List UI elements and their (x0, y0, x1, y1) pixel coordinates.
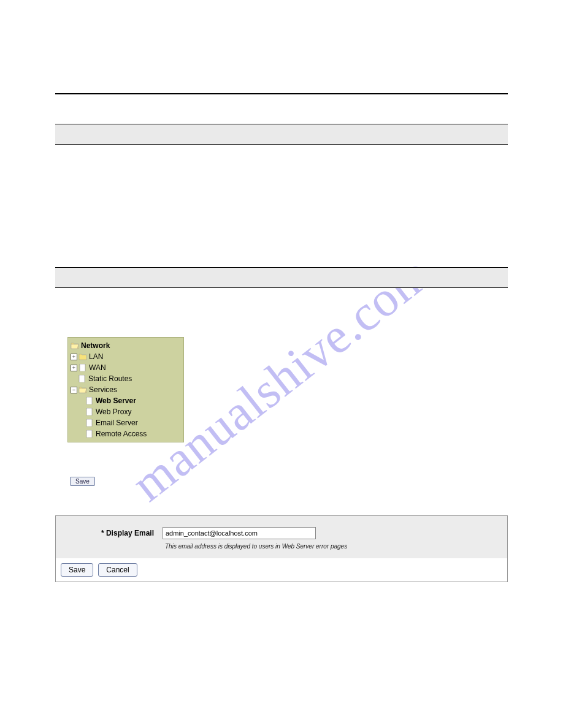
tree-label: Web Proxy (96, 408, 131, 416)
save-button[interactable]: Save (61, 563, 93, 577)
tree-item-services[interactable]: − Services (71, 384, 181, 395)
display-email-row: * Display Email (64, 527, 499, 539)
expand-icon[interactable]: + (71, 354, 77, 360)
form-body: * Display Email This email address is di… (56, 516, 507, 558)
tree-label: LAN (89, 352, 103, 361)
document-page: Network + LAN + WAN Static Routes − (0, 0, 563, 582)
divider-top (55, 93, 508, 94)
svg-rect-0 (80, 364, 85, 371)
svg-rect-3 (86, 408, 92, 415)
page-icon (85, 419, 94, 427)
page-icon (85, 430, 94, 438)
folder-icon (79, 353, 87, 360)
tree-label: WAN (89, 363, 106, 372)
tree-label: Services (89, 385, 117, 394)
tree-root-network[interactable]: Network (71, 340, 181, 351)
blank-region-2 (55, 288, 508, 300)
svg-rect-2 (86, 397, 92, 404)
mini-save-button[interactable]: Save (70, 477, 95, 486)
page-icon (85, 408, 94, 415)
folder-open-icon (79, 386, 87, 393)
tree-item-static-routes[interactable]: Static Routes (71, 373, 181, 384)
display-email-help: This email address is displayed to users… (165, 543, 499, 550)
cancel-button[interactable]: Cancel (98, 563, 137, 577)
tree-label: Network (81, 341, 110, 350)
tree-label: Web Server (96, 396, 136, 405)
tree-label: Remote Access (96, 430, 147, 438)
collapse-icon[interactable]: − (71, 387, 77, 393)
expand-icon[interactable]: + (71, 365, 77, 371)
page-icon (78, 375, 86, 382)
page-icon (85, 397, 94, 404)
tree-label: Email Server (96, 419, 138, 427)
form-button-row: Save Cancel (56, 558, 507, 582)
svg-rect-1 (79, 375, 85, 382)
tree-item-web-proxy[interactable]: Web Proxy (71, 406, 181, 417)
display-email-input[interactable] (163, 527, 316, 539)
page-icon (79, 364, 87, 371)
tree-item-remote-access[interactable]: Remote Access (71, 428, 181, 439)
tree-item-web-server[interactable]: Web Server (71, 395, 181, 406)
section-bar-1 (55, 124, 508, 145)
tree-label: Static Routes (88, 374, 132, 383)
folder-open-icon (71, 342, 79, 349)
nav-tree: Network + LAN + WAN Static Routes − (67, 337, 184, 442)
tree-item-lan[interactable]: + LAN (71, 351, 181, 362)
svg-rect-4 (86, 419, 92, 427)
svg-rect-5 (86, 430, 92, 438)
blank-region-1 (55, 145, 508, 267)
tree-item-wan[interactable]: + WAN (71, 362, 181, 373)
web-server-form: * Display Email This email address is di… (55, 515, 508, 582)
display-email-label: * Display Email (64, 529, 156, 537)
section-bar-2 (55, 267, 508, 288)
tree-item-email-server[interactable]: Email Server (71, 417, 181, 428)
intro-placeholder (55, 300, 508, 337)
